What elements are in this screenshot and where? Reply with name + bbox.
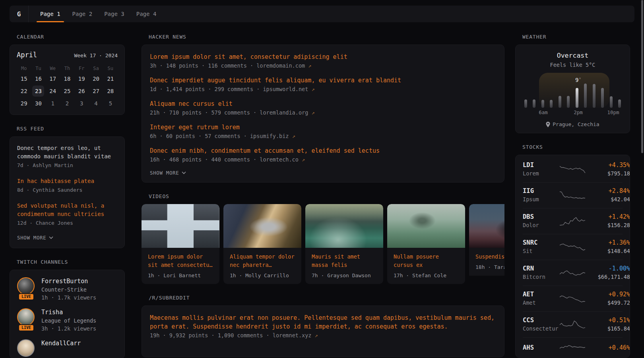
hackernews-item-title[interactable]: Donec imperdiet augue tincidunt felis al… bbox=[150, 76, 496, 85]
rss-item-title[interactable]: Donec tempor eros leo, ut commodo mauris… bbox=[17, 144, 117, 161]
weather-time-label: 6am bbox=[539, 109, 548, 115]
video-title[interactable]: Nullam posuere cursus ex bbox=[394, 253, 459, 269]
page-tab[interactable]: Page 3 bbox=[101, 6, 128, 22]
app-logo[interactable]: G bbox=[10, 6, 29, 22]
hackernews-item-domain-link[interactable]: ipsumify.biz bbox=[250, 133, 289, 139]
hackernews-item-domain-link[interactable]: loremdomain.com bbox=[256, 62, 305, 69]
hackernews-show-more-label: SHOW MORE bbox=[150, 170, 179, 176]
video-thumbnail[interactable] bbox=[387, 204, 465, 248]
video-thumbnail[interactable] bbox=[142, 204, 219, 248]
twitch-channel-row[interactable]: LIVE Trisha League of Legends 3h · 1.2k … bbox=[17, 308, 117, 333]
hackernews-item-title[interactable]: Integer eget rutrum lorem bbox=[150, 123, 496, 132]
twitch-channel-viewers: 1h · 1.7k viewers bbox=[41, 294, 96, 302]
video-card[interactable]: Aliquam tempor dolor nec pharetra… 1h · … bbox=[223, 204, 301, 284]
calendar-day: 18 bbox=[60, 73, 74, 85]
twitch-channel-game: Counter-Strike bbox=[41, 286, 96, 294]
calendar-day: 2 bbox=[60, 98, 74, 109]
stock-row[interactable]: IIG Ipsum +2.84% $42.04 bbox=[523, 182, 623, 208]
stock-symbol: IIG bbox=[523, 187, 559, 195]
rss-item-title[interactable]: In hac habitasse platea bbox=[17, 177, 117, 185]
twitch-channel-row[interactable]: LIVE ForrestBurton Counter-Strike 1h · 1… bbox=[17, 277, 117, 302]
video-card[interactable]: Lorem ipsum dolor sit amet consectetu… 1… bbox=[142, 204, 219, 284]
hackernews-item-domain-link[interactable]: ipsumworld.net bbox=[263, 86, 308, 92]
page-tab[interactable]: Page 1 bbox=[37, 6, 64, 22]
stock-values: +0.51% $165.84 bbox=[586, 316, 630, 333]
stock-name: Consectetur bbox=[523, 325, 559, 333]
stock-row[interactable]: AHS +0.46% bbox=[523, 337, 623, 358]
video-thumbnail[interactable] bbox=[223, 204, 301, 248]
stock-symbol: AET bbox=[523, 290, 559, 299]
twitch-avatar-wrap: LIVE bbox=[17, 277, 35, 301]
weather-bar bbox=[610, 96, 613, 108]
twitch-section-label: TWITCH CHANNELS bbox=[17, 259, 125, 265]
stock-values: +0.46% bbox=[586, 344, 630, 352]
rss-item-title[interactable]: Sed volutpat nulla nisl, a condimentum n… bbox=[17, 202, 117, 218]
hackernews-item-title[interactable]: Donec enim nibh, condimentum et accumsan… bbox=[150, 146, 496, 155]
video-card[interactable]: Mauris sit amet massa felis 7h · Grayson… bbox=[305, 204, 383, 284]
video-title[interactable]: Mauris sit amet massa felis bbox=[312, 253, 377, 269]
dashboard-content: CALENDAR April Week 17 · 2024 MoTuWeThFr… bbox=[0, 34, 644, 358]
stock-symbol: DBS bbox=[523, 213, 559, 221]
video-title[interactable]: Lorem ipsum dolor sit amet consectetu… bbox=[148, 253, 213, 269]
hackernews-item-title[interactable]: Aliquam nec cursus elit bbox=[150, 99, 496, 108]
vertical-scrollbar-thumb[interactable] bbox=[641, 0, 643, 153]
stock-price: $795.18 bbox=[586, 169, 630, 177]
stock-row[interactable]: SNRC Sit +1.36% $148.64 bbox=[523, 234, 623, 260]
twitch-channel-info: Trisha League of Legends 3h · 1.2k viewe… bbox=[41, 308, 96, 333]
hackernews-item-meta: 6h · 60 points · 57 comments · ipsumify.… bbox=[150, 132, 496, 140]
twitch-channel-row[interactable]: LIVE KendallCarr bbox=[17, 339, 117, 358]
stock-symbol: SNRC bbox=[523, 239, 559, 247]
reddit-post-meta: 19h · 9,932 points · 1,090 comments · lo… bbox=[150, 331, 496, 339]
stock-row[interactable]: DBS Dolor +1.42% $156.28 bbox=[523, 208, 623, 234]
video-card[interactable]: Nullam posuere cursus ex 17h · Stefan Co… bbox=[387, 204, 465, 284]
video-meta: 17h · Stefan Cole bbox=[394, 272, 459, 278]
hackernews-item: Donec imperdiet augue tincidunt felis al… bbox=[150, 76, 496, 93]
stock-sparkline-chart bbox=[559, 164, 586, 175]
stock-row[interactable]: AET Amet +0.92% $499.72 bbox=[523, 286, 623, 311]
reddit-post-domain-link[interactable]: loremnet.xyz bbox=[273, 332, 312, 339]
hackernews-item-domain-link[interactable]: loremtech.co bbox=[260, 156, 299, 163]
page-tab[interactable]: Page 4 bbox=[133, 6, 160, 22]
reddit-widget: Maecenas mollis pulvinar erat non posuer… bbox=[142, 305, 504, 357]
stock-row[interactable]: CRN Bitcorn -1.00% $66,171.48 bbox=[523, 260, 623, 286]
calendar-month: April bbox=[17, 51, 37, 59]
live-badge: LIVE bbox=[18, 324, 34, 331]
calendar-header: April Week 17 · 2024 bbox=[17, 51, 118, 59]
hackernews-item-title[interactable]: Lorem ipsum dolor sit amet, consectetur … bbox=[150, 53, 496, 61]
video-title[interactable]: Aliquam tempor dolor nec pharetra… bbox=[230, 253, 295, 269]
calendar-day: 24 bbox=[46, 86, 60, 97]
avatar bbox=[17, 277, 35, 295]
calendar-day: 30 bbox=[31, 98, 45, 109]
twitch-channel-name[interactable]: Trisha bbox=[41, 308, 96, 317]
page-tab-label: Page 4 bbox=[136, 11, 157, 17]
weather-bar bbox=[593, 84, 596, 108]
twitch-channel-name[interactable]: ForrestBurton bbox=[41, 277, 96, 286]
stock-row[interactable]: CCS Consectetur +0.51% $165.84 bbox=[523, 311, 623, 337]
reddit-post-title[interactable]: Maecenas mollis pulvinar erat non posuer… bbox=[150, 313, 496, 331]
stock-symbol: CCS bbox=[523, 316, 559, 325]
video-card-body: Aliquam tempor dolor nec pharetra… 1h · … bbox=[223, 248, 301, 284]
video-thumbnail[interactable] bbox=[469, 204, 504, 248]
video-card[interactable]: Suspendisse diam 18h · Tara bbox=[469, 204, 504, 284]
page-tab[interactable]: Page 2 bbox=[69, 6, 96, 22]
rss-widget: Donec tempor eros leo, ut commodo mauris… bbox=[10, 136, 125, 248]
stock-price: $165.84 bbox=[586, 325, 630, 333]
video-title[interactable]: Suspendisse diam bbox=[475, 253, 504, 261]
rss-section: RSS FEED Donec tempor eros leo, ut commo… bbox=[10, 126, 125, 248]
calendar-day: 26 bbox=[74, 86, 89, 97]
rss-item-meta: 12d · Chance Jones bbox=[17, 219, 117, 227]
video-meta: 1h · Molly Carrillo bbox=[230, 272, 295, 278]
avatar bbox=[17, 339, 35, 357]
twitch-channel-name[interactable]: KendallCarr bbox=[41, 339, 81, 348]
rss-show-more-button[interactable]: SHOW MORE bbox=[17, 235, 117, 241]
stock-row[interactable]: LDI Lorem +4.35% $795.18 bbox=[523, 157, 623, 182]
hackernews-show-more-button[interactable]: SHOW MORE bbox=[150, 170, 496, 176]
reddit-section: /R/SUBREDDIT Maecenas mollis pulvinar er… bbox=[142, 295, 504, 357]
stock-sparkline-chart bbox=[559, 319, 586, 330]
current-temperature-label: 9° bbox=[575, 77, 581, 83]
calendar-day: 27 bbox=[89, 86, 103, 97]
calendar-weekday-label: Sa bbox=[89, 64, 103, 73]
video-thumbnail[interactable] bbox=[305, 204, 383, 248]
calendar-widget: April Week 17 · 2024 MoTuWeThFrSaSu 1516… bbox=[10, 45, 125, 115]
hackernews-item-domain-link[interactable]: loremlandia.org bbox=[260, 109, 308, 116]
